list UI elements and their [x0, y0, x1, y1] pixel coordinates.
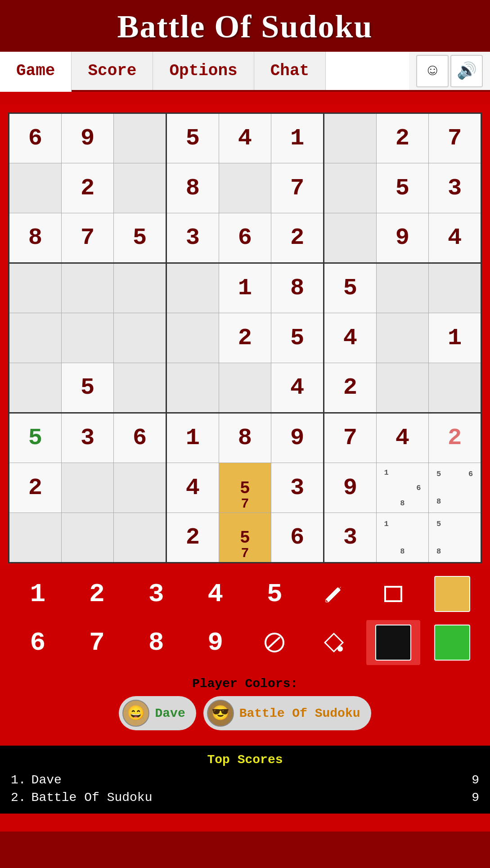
- cell-7-3[interactable]: 4: [166, 463, 219, 513]
- cell-7-8[interactable]: 56 8: [429, 463, 481, 513]
- cell-5-8[interactable]: [429, 363, 481, 413]
- cell-5-1[interactable]: 5: [61, 363, 114, 413]
- cell-1-8[interactable]: 3: [429, 163, 481, 213]
- cell-0-2[interactable]: [114, 113, 166, 163]
- cell-2-8[interactable]: 4: [429, 213, 481, 263]
- cell-1-2[interactable]: [114, 163, 166, 213]
- cell-0-8[interactable]: 7: [429, 113, 481, 163]
- pencil-tool[interactable]: [307, 571, 361, 616]
- cell-4-4[interactable]: 2: [219, 313, 271, 363]
- rectangle-tool[interactable]: [366, 571, 420, 616]
- cell-2-5[interactable]: 2: [271, 213, 324, 263]
- cell-3-8[interactable]: [429, 263, 481, 313]
- cell-1-3[interactable]: 8: [166, 163, 219, 213]
- num-btn-8[interactable]: 8: [129, 620, 183, 665]
- cell-4-0[interactable]: [9, 313, 62, 363]
- cell-6-2[interactable]: 6: [114, 413, 166, 463]
- cell-0-5[interactable]: 1: [271, 113, 324, 163]
- cell-3-1[interactable]: [61, 263, 114, 313]
- cell-3-3[interactable]: [166, 263, 219, 313]
- cell-5-5[interactable]: 4: [271, 363, 324, 413]
- cell-7-5[interactable]: 3: [271, 463, 324, 513]
- cell-5-7[interactable]: [376, 363, 429, 413]
- cell-3-0[interactable]: [9, 263, 62, 313]
- cancel-tool[interactable]: [247, 620, 301, 665]
- sound-button[interactable]: 🔊: [450, 55, 483, 87]
- cell-6-3[interactable]: 1: [166, 413, 219, 463]
- cell-1-0[interactable]: [9, 163, 62, 213]
- cell-4-3[interactable]: [166, 313, 219, 363]
- color-black-btn[interactable]: [366, 620, 420, 665]
- cell-0-6[interactable]: [324, 113, 376, 163]
- cell-7-1[interactable]: [61, 463, 114, 513]
- cell-4-6[interactable]: 4: [324, 313, 376, 363]
- cell-7-6[interactable]: 9: [324, 463, 376, 513]
- diamond-tool[interactable]: [307, 620, 361, 665]
- cell-0-0[interactable]: 6: [9, 113, 62, 163]
- cell-1-4[interactable]: [219, 163, 271, 213]
- cell-5-6[interactable]: 2: [324, 363, 376, 413]
- cell-7-2[interactable]: [114, 463, 166, 513]
- cell-6-8[interactable]: 2: [429, 413, 481, 463]
- cell-4-7[interactable]: [376, 313, 429, 363]
- num-btn-6[interactable]: 6: [11, 620, 65, 665]
- cell-4-5[interactable]: 5: [271, 313, 324, 363]
- cell-6-4[interactable]: 8: [219, 413, 271, 463]
- cell-0-3[interactable]: 5: [166, 113, 219, 163]
- tab-chat[interactable]: Chat: [254, 52, 326, 90]
- cell-8-0[interactable]: [9, 513, 62, 563]
- cell-6-0[interactable]: 5: [9, 413, 62, 463]
- cell-0-7[interactable]: 2: [376, 113, 429, 163]
- cell-7-4[interactable]: 5 7: [219, 463, 271, 513]
- cell-2-1[interactable]: 7: [61, 213, 114, 263]
- cell-5-4[interactable]: [219, 363, 271, 413]
- cell-6-7[interactable]: 4: [376, 413, 429, 463]
- cell-2-4[interactable]: 6: [219, 213, 271, 263]
- cell-4-2[interactable]: [114, 313, 166, 363]
- cell-3-4[interactable]: 1: [219, 263, 271, 313]
- emoji-button[interactable]: ☺: [416, 55, 449, 87]
- cell-0-1[interactable]: 9: [61, 113, 114, 163]
- cell-8-1[interactable]: [61, 513, 114, 563]
- cell-6-1[interactable]: 3: [61, 413, 114, 463]
- num-btn-4[interactable]: 4: [189, 571, 243, 616]
- num-btn-9[interactable]: 9: [189, 620, 243, 665]
- cell-6-5[interactable]: 9: [271, 413, 324, 463]
- cell-3-7[interactable]: [376, 263, 429, 313]
- cell-1-6[interactable]: [324, 163, 376, 213]
- num-btn-1[interactable]: 1: [11, 571, 65, 616]
- cell-6-6[interactable]: 7: [324, 413, 376, 463]
- cell-0-4[interactable]: 4: [219, 113, 271, 163]
- cell-4-1[interactable]: [61, 313, 114, 363]
- cell-5-3[interactable]: [166, 363, 219, 413]
- cell-3-2[interactable]: [114, 263, 166, 313]
- cell-8-8[interactable]: 5 8: [429, 513, 481, 563]
- cell-2-0[interactable]: 8: [9, 213, 62, 263]
- cell-5-0[interactable]: [9, 363, 62, 413]
- cell-8-6[interactable]: 3: [324, 513, 376, 563]
- cell-3-6[interactable]: 5: [324, 263, 376, 313]
- cell-2-3[interactable]: 3: [166, 213, 219, 263]
- cell-8-3[interactable]: 2: [166, 513, 219, 563]
- num-btn-5[interactable]: 5: [247, 571, 301, 616]
- color-green-btn[interactable]: [425, 620, 479, 665]
- cell-8-5[interactable]: 6: [271, 513, 324, 563]
- cell-2-7[interactable]: 9: [376, 213, 429, 263]
- tab-options[interactable]: Options: [153, 52, 254, 90]
- cell-8-7[interactable]: 1 8: [376, 513, 429, 563]
- tab-game[interactable]: Game: [0, 52, 72, 92]
- cell-3-5[interactable]: 8: [271, 263, 324, 313]
- cell-1-7[interactable]: 5: [376, 163, 429, 213]
- cell-8-2[interactable]: [114, 513, 166, 563]
- cell-2-2[interactable]: 5: [114, 213, 166, 263]
- cell-5-2[interactable]: [114, 363, 166, 413]
- cell-2-6[interactable]: [324, 213, 376, 263]
- cell-1-1[interactable]: 2: [61, 163, 114, 213]
- num-btn-3[interactable]: 3: [129, 571, 183, 616]
- num-btn-7[interactable]: 7: [70, 620, 124, 665]
- cell-7-0[interactable]: 2: [9, 463, 62, 513]
- num-btn-2[interactable]: 2: [70, 571, 124, 616]
- cell-1-5[interactable]: 7: [271, 163, 324, 213]
- cell-4-8[interactable]: 1: [429, 313, 481, 363]
- cell-8-4[interactable]: 5 7: [219, 513, 271, 563]
